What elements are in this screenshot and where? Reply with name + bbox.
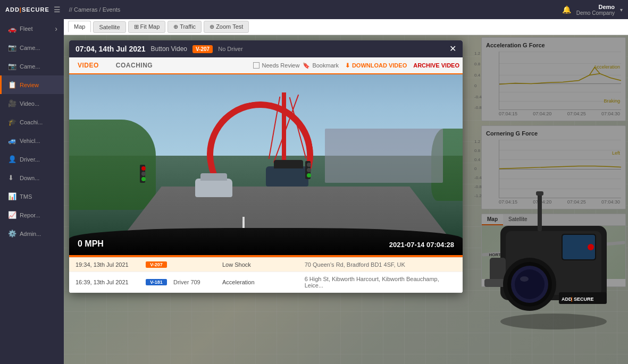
sidebar-item-admin[interactable]: ⚙️ Admin...	[0, 224, 64, 243]
traffic-green	[141, 177, 146, 181]
top-bar: ADD|SECURE ☰ // Cameras / Events 🔔 Demo …	[0, 0, 628, 19]
sidebar-item-video[interactable]: 🎥 Video...	[0, 94, 64, 113]
user-menu-chevron-icon[interactable]: ▾	[620, 7, 623, 13]
event-type-1: Low Shock	[222, 261, 298, 268]
traffic-green-2	[307, 173, 311, 177]
needs-review-label: Needs Review	[262, 62, 299, 69]
event-row-1[interactable]: 19:34, 13th Jul 2021 V-207 Low Shock 70 …	[69, 258, 463, 272]
video-icon: 🎥	[8, 99, 16, 107]
reports-icon: 📈	[8, 211, 16, 219]
event-driver-2: Driver 709	[173, 279, 216, 285]
event-type-2: Acceleration	[222, 279, 298, 285]
modal-tab-coaching[interactable]: COACHING	[107, 57, 161, 73]
map-tab-fitmap[interactable]: ⊞ Fit Map	[128, 21, 166, 33]
user-name: Demo	[598, 4, 615, 10]
sidebar: 🚗 Fleet 📷 Came... 📷 Came... 📋 Review 🎥 V…	[0, 19, 64, 364]
car-silver-roof	[200, 173, 227, 181]
map-tab-zoomtest[interactable]: ⊕ Zoom Test	[204, 21, 249, 33]
sidebar-item-reports[interactable]: 📈 Repor...	[0, 206, 64, 224]
vehicles-icon: 🚙	[8, 137, 16, 145]
map-tab-map[interactable]: Map	[68, 21, 91, 33]
sidebar-item-vehicles[interactable]: 🚙 Vehicl...	[0, 131, 64, 150]
top-bar-right: 🔔 Demo Demo Company ▾	[562, 4, 623, 16]
modal-event-type: Button Video	[151, 45, 188, 53]
event-location-1: 70 Queen's Rd, Bradford BD1 4SF, UK	[305, 261, 456, 268]
main-layout: 🚗 Fleet 📷 Came... 📷 Came... 📋 Review 🎥 V…	[0, 19, 628, 364]
fleet-icon: 🚗	[8, 25, 16, 33]
cameras2-icon: 📷	[8, 62, 16, 70]
traffic-amber-2	[307, 168, 311, 172]
traffic-light-center	[305, 161, 311, 179]
tms-icon: 📊	[8, 192, 16, 200]
needs-review-checkbox-icon	[253, 62, 259, 69]
map-tab-traffic[interactable]: ⊕ Traffic	[168, 21, 202, 33]
map-background: Rostock Berlin Dresc... Isle of Man Term…	[64, 35, 628, 364]
speed-overlay: 0 MPH	[78, 239, 104, 249]
sidebar-item-tms[interactable]: 📊 TMS	[0, 187, 64, 206]
modal-tab-video[interactable]: VIDEO	[69, 57, 107, 74]
sidebar-item-coaching[interactable]: 🎓 Coachi...	[0, 113, 64, 131]
modal-driver: No Driver	[218, 46, 242, 52]
modal-vehicle-badge: V-207	[192, 45, 213, 53]
needs-review-checkbox[interactable]: Needs Review	[253, 57, 299, 73]
video-area: 0 MPH 2021-07-14 07:04:28	[69, 74, 463, 255]
bookmark-button[interactable]: 🔖 Bookmark	[299, 57, 342, 73]
modal-overlay: 07:04, 14th Jul 2021 Button Video V-207 …	[64, 35, 628, 364]
admin-icon: ⚙️	[8, 230, 16, 238]
modal-time: 07:04, 14th Jul 2021	[76, 45, 146, 53]
traffic-light-left	[140, 165, 145, 183]
speed-value: 0 MPH	[78, 239, 104, 248]
car-silver	[195, 179, 232, 197]
app-container: ADD|SECURE ☰ // Cameras / Events 🔔 Demo …	[0, 0, 628, 364]
downloads-icon: ⬇	[8, 174, 16, 182]
video-modal: 07:04, 14th Jul 2021 Button Video V-207 …	[69, 40, 463, 293]
event-date-1: 19:34, 13th Jul 2021	[76, 261, 139, 268]
download-icon: ⬇	[345, 62, 350, 69]
event-vehicle-2: V-181	[146, 279, 167, 285]
events-list: 19:34, 13th Jul 2021 V-207 Low Shock 70 …	[69, 257, 463, 293]
archive-video-button[interactable]: ARCHIVE VIDEO	[410, 57, 463, 73]
download-video-button[interactable]: ⬇ DOWNLOAD VIDEO	[342, 57, 410, 73]
menu-icon[interactable]: ☰	[54, 5, 61, 14]
coaching-icon: 🎓	[8, 118, 16, 126]
review-icon: 📋	[8, 81, 16, 89]
archive-label: ARCHIVE VIDEO	[413, 62, 459, 69]
event-row-2[interactable]: 16:39, 13th Jul 2021 V-181 Driver 709 Ac…	[69, 272, 463, 293]
traffic-red-2	[307, 163, 311, 167]
map-tab-satellite[interactable]: Satellite	[93, 21, 125, 33]
timestamp-value: 2021-07-14 07:04:28	[389, 241, 454, 249]
car-dark	[266, 166, 308, 187]
download-label: DOWNLOAD VIDEO	[352, 62, 407, 69]
sidebar-item-cameras2[interactable]: 📷 Came...	[0, 57, 64, 75]
car-dark-roof	[274, 160, 303, 168]
user-company: Demo Company	[576, 10, 615, 16]
traffic-red	[141, 166, 146, 171]
sidebar-item-drivers[interactable]: 👤 Driver...	[0, 150, 64, 168]
breadcrumb: // Cameras / Events	[69, 6, 558, 13]
user-info: Demo Demo Company	[576, 4, 615, 16]
event-date-2: 16:39, 13th Jul 2021	[76, 279, 139, 285]
cameras1-icon: 📷	[8, 44, 16, 52]
content-area: Map Satellite ⊞ Fit Map ⊕ Traffic ⊕ Zoom…	[64, 19, 628, 364]
timestamp-overlay: 2021-07-14 07:04:28	[389, 241, 454, 249]
modal-header: 07:04, 14th Jul 2021 Button Video V-207 …	[69, 40, 463, 57]
event-location-2: 6 High St, Kibworth Harcourt, Kibworth B…	[305, 276, 456, 289]
app-logo: ADD|SECURE	[5, 6, 49, 13]
modal-close-button[interactable]: ✕	[449, 45, 456, 53]
sidebar-item-fleet[interactable]: 🚗 Fleet	[0, 19, 64, 38]
bookmark-label: Bookmark	[312, 62, 339, 69]
sidebar-item-review[interactable]: 📋 Review	[0, 75, 64, 94]
traffic-amber	[141, 172, 146, 176]
sidebar-item-downloads[interactable]: ⬇ Down...	[0, 168, 64, 187]
sidebar-item-cameras1[interactable]: 📷 Came...	[0, 38, 64, 57]
event-vehicle-1: V-207	[146, 261, 167, 268]
notification-bell-icon[interactable]: 🔔	[562, 5, 571, 14]
modal-tabs: VIDEO COACHING Needs Review 🔖 Bookmark	[69, 57, 463, 74]
dashcam-scene: 0 MPH 2021-07-14 07:04:28	[69, 74, 463, 255]
drivers-icon: 👤	[8, 155, 16, 163]
map-tabs: Map Satellite ⊞ Fit Map ⊕ Traffic ⊕ Zoom…	[64, 19, 628, 35]
bookmark-icon: 🔖	[303, 62, 310, 69]
buildings-bg	[325, 129, 443, 183]
